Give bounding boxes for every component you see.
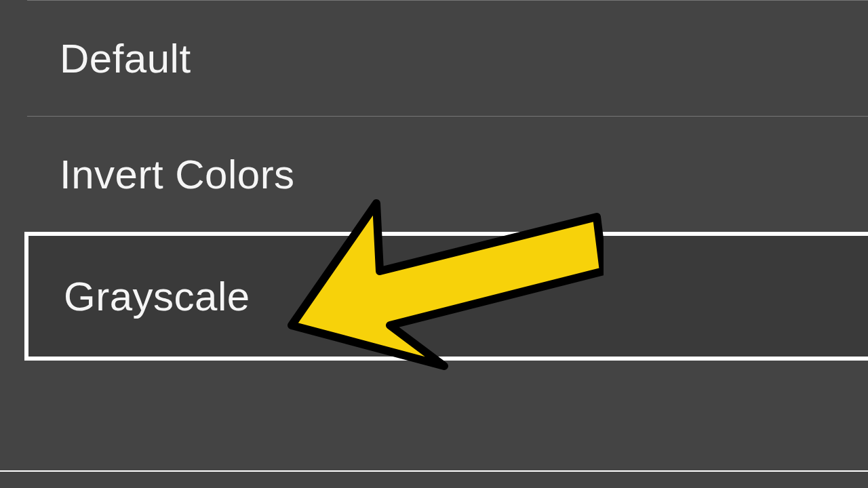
menu-item-label: Grayscale <box>64 273 250 320</box>
menu-item-label: Default <box>60 35 191 82</box>
menu-item-grayscale[interactable]: Grayscale <box>24 232 868 361</box>
menu-list: Default Invert Colors Grayscale <box>0 0 868 361</box>
menu-item-default[interactable]: Default <box>0 1 868 116</box>
divider <box>0 470 868 472</box>
menu-item-label: Invert Colors <box>60 151 295 198</box>
menu-item-invert-colors[interactable]: Invert Colors <box>0 117 868 232</box>
